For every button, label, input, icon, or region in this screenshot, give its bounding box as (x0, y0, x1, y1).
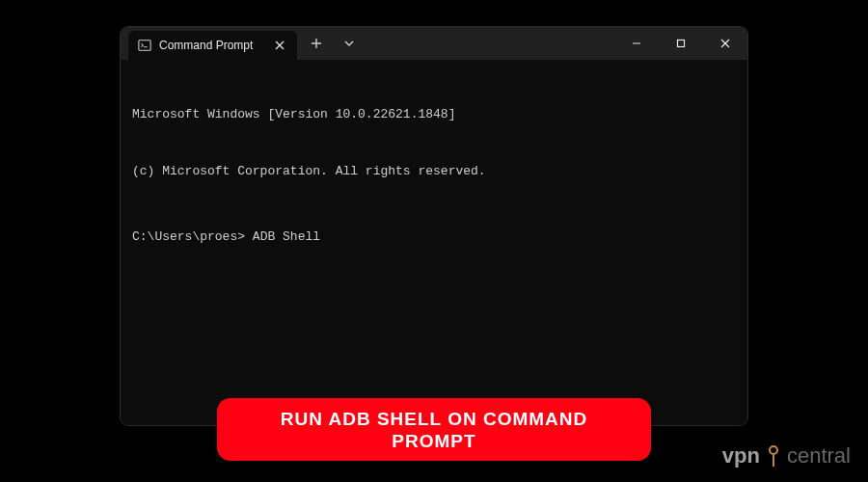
titlebar[interactable]: Command Prompt (121, 27, 747, 60)
maximize-button[interactable] (659, 27, 703, 60)
new-tab-button[interactable] (303, 30, 330, 57)
caption-text: RUN ADB SHELL ON COMMAND PROMPT (281, 409, 588, 452)
tabbar-buttons (297, 27, 368, 60)
tab-title: Command Prompt (159, 39, 264, 52)
prompt-line: C:\Users\proes> ADB Shell (132, 228, 736, 247)
caption-badge: RUN ADB SHELL ON COMMAND PROMPT (217, 398, 651, 462)
svg-rect-7 (678, 40, 685, 47)
terminal-icon (138, 39, 151, 52)
minimize-button[interactable] (614, 27, 659, 60)
copyright-line: (c) Microsoft Corporation. All rights re… (132, 162, 736, 181)
command-prompt-window: Command Prompt Microso (121, 27, 747, 425)
tab-dropdown-button[interactable] (336, 30, 363, 57)
watermark-part1: vpn (722, 443, 760, 469)
typed-command: ADB Shell (253, 229, 320, 244)
titlebar-drag-area[interactable] (368, 27, 614, 60)
tab-close-button[interactable] (272, 38, 287, 53)
terminal-output[interactable]: Microsoft Windows [Version 10.0.22621.18… (121, 60, 747, 425)
pin-icon (764, 445, 783, 467)
svg-rect-0 (139, 40, 150, 51)
watermark-part2: central (787, 443, 851, 469)
close-button[interactable] (703, 27, 747, 60)
window-controls (614, 27, 747, 60)
watermark-logo: vpn central (722, 443, 851, 469)
tab-command-prompt[interactable]: Command Prompt (128, 31, 297, 60)
version-line: Microsoft Windows [Version 10.0.22621.18… (132, 105, 736, 124)
prompt-path: C:\Users\proes> (132, 229, 253, 244)
